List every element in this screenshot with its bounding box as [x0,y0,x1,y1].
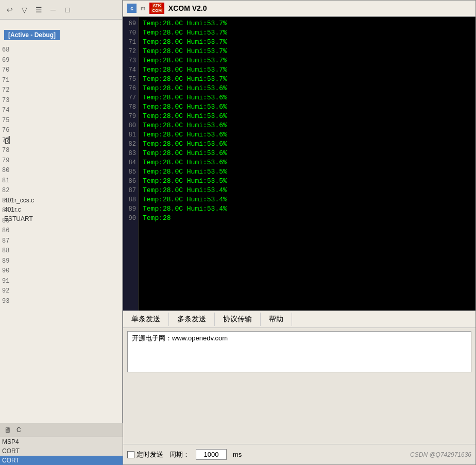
logo-line2: COM [151,8,163,13]
filter-icon[interactable]: ▽ [19,4,30,15]
terminal-line: Temp:28.0C Humi:53.7% [143,65,471,75]
tab-label: m [141,5,145,11]
active-debug-badge: [Active - Debug] [4,30,60,40]
ms-label: ms [233,451,242,458]
xcom-input-text: 开源电子网：www.openedv.com [132,334,228,342]
terminal-line: Temp:28.0C Humi:53.6% [143,140,471,149]
terminal-line: Temp:28.0C Humi:53.5% [143,167,471,177]
terminal-line: Temp:28.0C Humi:53.7% [143,38,471,47]
xcom-logo: ATK COM [149,3,164,13]
terminal-line: Temp:28.0C Humi:53.6% [143,102,471,112]
terminal-line: Temp:28.0C Humi:53.6% [143,112,471,121]
terminal-line: Temp:28.0C Humi:53.7% [143,75,471,84]
terminal-line: Temp:28.0C Humi:53.4% [143,204,471,214]
terminal-line-numbers: 6970717273747576777879808182838485868788… [123,17,139,311]
terminal-line: Temp:28.0C Humi:53.4% [143,195,471,204]
ide-console-toolbar: 🖥 C [0,423,123,437]
menu-icon[interactable]: ☰ [33,4,44,15]
timed-send-label: 定时发送 [137,450,163,459]
terminal-line: Temp:28.0C Humi:53.7% [143,47,471,56]
ide-bottom-panel: 🖥 C MSP4 CORT CORT [0,423,123,465]
watermark-text: CSDN @Q742971636 [410,451,471,458]
xcom-window: c m ATK COM XCOM V2.0 697071727374757677… [123,0,476,465]
menu-multi-send[interactable]: 多条发送 [169,313,215,326]
menu-single-send[interactable]: 单条发送 [123,313,169,326]
ide-panel: ↩ ▽ ☰ ─ □ [Active - Debug] d 401r_ccs.c … [0,0,123,465]
terminal-line: Temp:28.0C Humi:53.7% [143,56,471,65]
console-icon: 🖥 [4,426,11,434]
xcom-menu-bar: 单条发送 多条发送 协议传输 帮助 [123,311,475,328]
ide-cort-item-1[interactable]: CORT [0,446,123,456]
ide-cort-item-2[interactable]: CORT [0,456,123,465]
terminal-line: Temp:28.0C Humi:53.7% [143,19,471,28]
terminal-line: Temp:28 [143,214,471,223]
ide-toolbar: ↩ ▽ ☰ ─ □ [0,0,122,20]
terminal-line: Temp:28.0C Humi:53.7% [143,28,471,38]
xcom-title: XCOM V2.0 [168,4,207,12]
back-icon[interactable]: ↩ [4,4,15,15]
terminal-line: Temp:28.0C Humi:53.6% [143,84,471,93]
file-icon: c [127,4,137,13]
menu-protocol-transfer[interactable]: 协议传输 [215,313,261,326]
terminal-line: Temp:28.0C Humi:53.5% [143,177,471,186]
ide-msp-item[interactable]: MSP4 [0,437,123,446]
terminal-line: Temp:28.0C Humi:53.6% [143,130,471,140]
xcom-spacer [123,375,475,444]
menu-help[interactable]: 帮助 [261,313,292,326]
xcom-bottom-bar: 定时发送 周期： ms CSDN @Q742971636 [123,444,475,464]
ide-console-label: C [14,425,23,435]
timed-send-checkbox[interactable] [127,451,134,458]
xcom-input-area[interactable]: 开源电子网：www.openedv.com [127,331,471,372]
period-input[interactable] [196,449,227,460]
terminal-area: 6970717273747576777879808182838485868788… [123,17,475,311]
terminal-line: Temp:28.0C Humi:53.6% [143,121,471,130]
terminal-line: Temp:28.0C Humi:53.6% [143,149,471,158]
terminal-line: Temp:28.0C Humi:53.6% [143,158,471,167]
timed-send-group: 定时发送 [127,450,163,459]
terminal-line: Temp:28.0C Humi:53.4% [143,186,471,195]
period-label: 周期： [169,450,190,459]
terminal-content: Temp:28.0C Humi:53.7%Temp:28.0C Humi:53.… [139,17,475,311]
minimize-icon[interactable]: ─ [47,4,59,15]
ide-line-numbers: 6869707172737475767778798081828384858687… [0,45,123,306]
logo-line1: ATK [152,3,162,8]
terminal-line: Temp:28.0C Humi:53.6% [143,93,471,102]
xcom-titlebar: c m ATK COM XCOM V2.0 [123,1,475,17]
maximize-icon[interactable]: □ [62,4,73,15]
